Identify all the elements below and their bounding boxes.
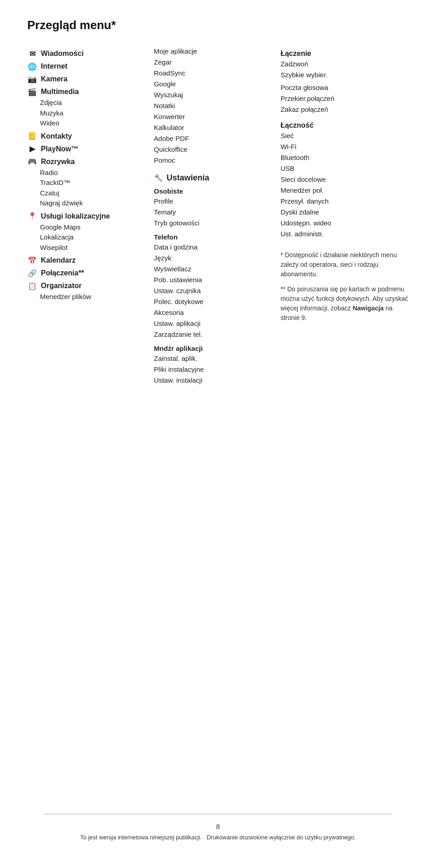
lacznosc-bluetooth: Bluetooth [281,152,409,163]
footnote-1: * Dostępność i działanie niektórych menu… [281,250,409,279]
page-title: Przegląd menu* [27,18,409,32]
telefon-items: Data i godzina Język Wyświetlacz Pob. us… [154,242,272,340]
wiadomosci-icon: ✉ [27,49,37,59]
rozrywka-sub-2: TrackID™ [40,178,145,188]
mndzr-label: Mndżr aplikacji [154,344,272,352]
lacznosc-siec: Sieć [281,130,409,141]
menu-item-rozrywka: 🎮 Rozrywka Radio TrackID™ Czatuj Nagraj … [27,157,145,209]
columns-wrapper: ✉ Wiadomości 🌐 Internet 📷 Kamera [27,46,409,386]
uslugi-sub-1: Google Maps [40,222,145,233]
kamera-label: Kamera [41,75,68,83]
tel-akcesoria: Akcesoria [154,307,272,318]
kontakty-label: Kontakty [41,132,72,140]
multimedia-label: Multimedia [41,88,79,96]
lacznosc-menedzer-pol: Menedżer poł. [281,185,409,196]
kamera-icon: 📷 [27,74,37,84]
rozrywka-icon: 🎮 [27,157,37,167]
playnow-icon: ▶ [27,144,37,154]
kontakty-icon: 📒 [27,131,37,141]
tel-wyswietlacz: Wyświetlacz [154,264,272,274]
rozrywka-label: Rozrywka [41,158,75,166]
laczenie-items2: Poczta głosowa Przekier.połączeń Zakaz p… [281,82,409,115]
page-number: 8 [216,823,220,830]
top-item-moje: Moje aplikacje [154,46,272,57]
menu-item-internet: 🌐 Internet [27,61,145,71]
laczenie-szybkie: Szybkie wybier. [281,70,409,80]
tel-polec-dotykowe: Polec. dotykowe [154,296,272,307]
lacznosc-sieci-docelowe: Sieci docelowe [281,174,409,185]
menu-item-kalendarz: 📅 Kalendarz [27,255,145,265]
col1: ✉ Wiadomości 🌐 Internet 📷 Kamera [27,46,154,305]
lacznosc-przesyl: Przesył. danych [281,196,409,207]
footer-note-text1: To jest wersja internetowa niniejszej pu… [80,834,202,841]
lacznosc-title: Łączność [281,121,409,130]
mndzr-items: Zainstal. aplik. Pliki instalacyjne Usta… [154,353,272,386]
multimedia-icon: 🎬 [27,87,37,97]
lacznosc-ust-administr: Ust. administr. [281,229,409,239]
top-item-zegar: Zegar [154,57,272,68]
uslugi-sub-2: Lokalizacja [40,232,145,243]
menu-item-uslugi: 📍 Usługi lokalizacyjne Google Maps Lokal… [27,211,145,253]
footnote-2: ** Do poruszania się po kartach w podmen… [281,284,409,323]
top-item-konwerter: Konwerter [154,111,272,122]
laczenie-zakaz: Zakaz połączeń [281,104,409,115]
multimedia-sub-2: Muzyka [40,108,145,119]
col3: Łączenie Zadzwoń Szybkie wybier. Poczta … [281,46,409,323]
laczenie-przekier: Przekier.połączeń [281,93,409,104]
lacznosc-usb: USB [281,163,409,174]
uslugi-icon: 📍 [27,211,37,221]
top-item-quickoffice: Quickoffice [154,144,272,155]
top-item-notatki: Notatki [154,100,272,111]
ustawienia-label: Ustawienia [167,173,209,183]
mndzr-ustaw: Ustaw. instalacji [154,375,272,386]
top-item-pomoc: Pomoc [154,155,272,166]
ustawienia-header: 🔧 Ustawienia [154,173,272,183]
polaczenia-icon: 🔗 [27,268,37,278]
page-footer: 8 To jest wersja internetowa niniejszej … [0,805,436,841]
mndzr-pliki: Pliki instalacyjne [154,364,272,375]
col2-top-items: Moje aplikacje Zegar RoadSync Google Wys… [154,46,272,166]
rozrywka-sub-4: Nagraj dźwięk [40,198,145,209]
footnotes: * Dostępność i działanie niektórych menu… [281,250,409,323]
tel-zarzadzanie: Zarządzanie tel. [154,329,272,340]
polaczenia-label: Połączenia** [41,269,84,277]
menu-item-organizator: 📋 Organizator Menedżer plików [27,281,145,302]
organizator-icon: 📋 [27,281,37,291]
lacznosc-items: Sieć Wi-Fi Bluetooth USB Sieci docelowe … [281,130,409,239]
laczenie-items: Zadzwoń Szybkie wybier. [281,59,409,80]
organizator-label: Organizator [41,282,82,290]
wiadomosci-label: Wiadomości [41,50,84,58]
menu-item-playnow: ▶ PlayNow™ [27,144,145,154]
rozrywka-sub-1: Radio [40,168,145,178]
playnow-label: PlayNow™ [41,145,79,153]
osobiste-profile: Profile [154,196,272,207]
top-item-kalkulator: Kalkulator [154,122,272,133]
tel-jezyk: Język [154,253,272,264]
lacznosc-dyski: Dyski zdalne [281,207,409,218]
osobiste-label: Osobiste [154,187,272,195]
telefon-label: Telefon [154,233,272,241]
osobiste-items: Profile Tematy Tryb gotowości [154,196,272,229]
rozrywka-sub-3: Czatuj [40,188,145,199]
laczenie-zadzwon: Zadzwoń [281,59,409,70]
tel-ustaw-aplikacji: Ustaw. aplikacji [154,318,272,329]
uslugi-label: Usługi lokalizacyjne [41,212,110,220]
osobiste-tematy: Tematy [154,207,272,218]
lacznosc-wifi: Wi-Fi [281,141,409,152]
tel-pob: Pob. ustawienia [154,274,272,285]
menu-item-kamera: 📷 Kamera [27,74,145,84]
top-item-roadsync: RoadSync [154,68,272,79]
organizator-sub-1: Menedżer plików [40,292,145,302]
menu-item-kontakty: 📒 Kontakty [27,131,145,141]
mndzr-zainstal: Zainstal. aplik. [154,353,272,364]
col2: Moje aplikacje Zegar RoadSync Google Wys… [154,46,281,386]
footer-note: To jest wersja internetowa niniejszej pu… [80,834,356,841]
multimedia-sub-1: Zdjęcia [40,98,145,108]
menu-item-multimedia: 🎬 Multimedia Zdjęcia Muzyka Wideo [27,87,145,129]
multimedia-sub-3: Wideo [40,118,145,129]
ustawienia-icon: 🔧 [154,174,163,182]
top-item-wyszukaj: Wyszukaj [154,90,272,100]
nawigacja-bold: Nawigacja [352,304,383,312]
laczenie-poczta: Poczta głosowa [281,82,409,93]
top-item-adobepdf: Adobe PDF [154,133,272,144]
